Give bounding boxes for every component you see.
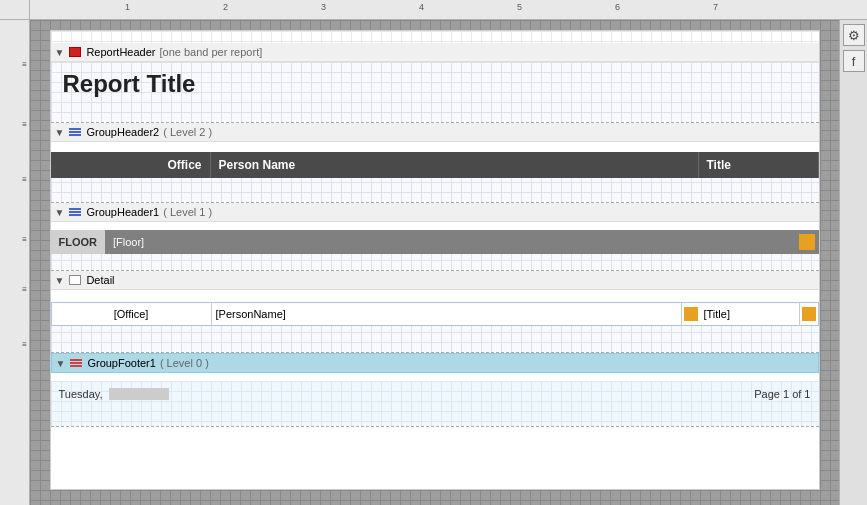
col-header-person: Person Name	[211, 152, 699, 178]
group-header1-content: FLOOR [Floor]	[51, 230, 819, 270]
ruler-row: 1 2 3 4 5 6 7	[0, 0, 867, 20]
floor-field: [Floor]	[105, 230, 152, 254]
left-ruler-mark: ≡	[22, 175, 27, 184]
left-ruler-mark: ≡	[22, 60, 27, 69]
ruler-num-4: 4	[419, 2, 424, 12]
left-ruler-mark: ≡	[22, 285, 27, 294]
footer-page: Page 1 of 1	[754, 388, 810, 400]
detail-anchor-icon	[684, 307, 698, 321]
report-header-band: ▼ ReportHeader [one band per report] Rep…	[51, 43, 819, 123]
report-page: ▼ ReportHeader [one band per report] Rep…	[50, 30, 820, 490]
group-footer1-desc: ( Level 0 )	[160, 357, 209, 369]
detail-arrow: ▼	[55, 275, 65, 286]
report-header-label: ReportHeader	[86, 46, 155, 58]
ruler-num-1: 1	[125, 2, 130, 12]
footer-date: Tuesday,	[59, 388, 103, 400]
report-header-arrow: ▼	[55, 47, 65, 58]
group-header1-band: ▼ GroupHeader1 ( Level 1 ) FLOOR [Floor]	[51, 203, 819, 271]
group-footer1-content: Tuesday, Page 1 of 1	[51, 381, 819, 426]
detail-person-cell: [PersonName]	[212, 303, 682, 325]
group-header2-arrow: ▼	[55, 127, 65, 138]
floor-row: FLOOR [Floor]	[51, 230, 819, 254]
report-header-content: Report Title	[51, 62, 819, 122]
group-footer1-label: GroupFooter1	[87, 357, 155, 369]
canvas-area: ▼ ReportHeader [one band per report] Rep…	[30, 20, 839, 505]
group-header2-desc: ( Level 2 )	[163, 126, 212, 138]
group-header2-label: GroupHeader2	[86, 126, 159, 138]
detail-row: [Office] [PersonName] [Title]	[51, 302, 819, 326]
detail-anchor2-icon	[802, 307, 816, 321]
ruler-num-7: 7	[713, 2, 718, 12]
right-panel: ⚙ f	[839, 20, 867, 505]
group-header1-arrow: ▼	[55, 207, 65, 218]
col-header-office: Office	[51, 152, 211, 178]
ruler-top: 1 2 3 4 5 6 7	[30, 0, 867, 20]
ruler-left: ≡ ≡ ≡ ≡ ≡ ≡	[0, 20, 30, 505]
group-header1-band-header: ▼ GroupHeader1 ( Level 1 )	[51, 203, 819, 222]
detail-label: Detail	[86, 274, 114, 286]
ruler-num-5: 5	[517, 2, 522, 12]
left-ruler-mark: ≡	[22, 340, 27, 349]
detail-content: [Office] [PersonName] [Title]	[51, 302, 819, 352]
group-header2-band-header: ▼ GroupHeader2 ( Level 2 )	[51, 123, 819, 142]
floor-label: FLOOR	[51, 230, 106, 254]
report-header-desc: [one band per report]	[160, 46, 263, 58]
function-button[interactable]: f	[843, 50, 865, 72]
group-header1-label: GroupHeader1	[86, 206, 159, 218]
col-header-title: Title	[699, 152, 819, 178]
report-title: Report Title	[63, 70, 196, 97]
detail-office-cell: [Office]	[52, 303, 212, 325]
detail-icon	[68, 273, 82, 287]
group-header1-desc: ( Level 1 )	[163, 206, 212, 218]
group-footer1-icon	[69, 356, 83, 370]
ruler-num-2: 2	[223, 2, 228, 12]
report-header-band-header: ▼ ReportHeader [one band per report]	[51, 43, 819, 62]
group-header2-band: ▼ GroupHeader2 ( Level 2 ) Office Person…	[51, 123, 819, 203]
left-ruler-mark: ≡	[22, 120, 27, 129]
group-footer1-arrow: ▼	[56, 358, 66, 369]
main-area: ≡ ≡ ≡ ≡ ≡ ≡ ▼ ReportHeader [one band per…	[0, 20, 867, 505]
ruler-corner	[0, 0, 30, 20]
detail-title-cell: [Title]	[700, 303, 800, 325]
detail-band-header: ▼ Detail	[51, 271, 819, 290]
floor-corner-icon	[799, 234, 815, 250]
footer-row: Tuesday, Page 1 of 1	[51, 381, 819, 407]
ruler-num-6: 6	[615, 2, 620, 12]
group-header1-icon	[68, 205, 82, 219]
gear-button[interactable]: ⚙	[843, 24, 865, 46]
group-footer1-band-header: ▼ GroupFooter1 ( Level 0 )	[51, 353, 819, 373]
column-header-row: Office Person Name Title	[51, 152, 819, 178]
ruler-num-3: 3	[321, 2, 326, 12]
group-footer1-band: ▼ GroupFooter1 ( Level 0 ) Tuesday, Page…	[51, 353, 819, 427]
group-header2-content: Office Person Name Title	[51, 152, 819, 202]
left-ruler-mark: ≡	[22, 235, 27, 244]
detail-band: ▼ Detail [Office] [PersonName]	[51, 271, 819, 353]
group-header2-icon	[68, 125, 82, 139]
report-header-icon	[68, 45, 82, 59]
